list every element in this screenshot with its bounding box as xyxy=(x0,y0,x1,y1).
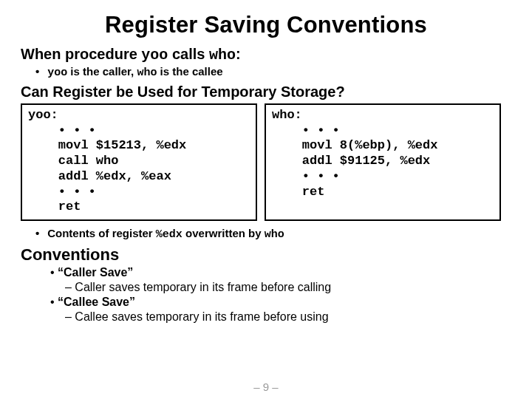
bullet-dot-icon: • xyxy=(35,227,44,239)
bullet-dot-icon: • xyxy=(50,296,55,308)
bullet-callee-save: • “Callee Save” xyxy=(50,296,511,309)
text: When procedure xyxy=(21,46,141,62)
page-number: – 9 – xyxy=(0,381,532,393)
text: calls xyxy=(168,46,209,62)
text: “Caller Save” xyxy=(58,266,133,279)
text: Contents of register xyxy=(47,227,156,239)
code-inline-yoo: yoo xyxy=(47,66,67,79)
text: : xyxy=(236,46,241,62)
code-inline-who: who xyxy=(209,47,236,64)
code-inline-who: who xyxy=(265,228,284,241)
conventions-heading: Conventions xyxy=(21,245,511,265)
bullet-dot-icon: • xyxy=(50,266,55,279)
bullet-overwritten: • Contents of register %edx overwritten … xyxy=(35,227,511,241)
code-inline-edx: %edx xyxy=(156,228,183,241)
text: is the caller, xyxy=(67,65,137,78)
bullet-caller-save: • “Caller Save” xyxy=(50,266,511,279)
callee-save-detail: – Callee saves temporary in its frame be… xyxy=(65,310,511,324)
text: overwritten by xyxy=(183,227,265,239)
text: is the callee xyxy=(157,65,222,78)
bullet-dot-icon: • xyxy=(35,65,44,78)
question-heading: Can Register be Used for Temporary Stora… xyxy=(21,83,511,100)
code-yoo: yoo: • • • movl $15213, %edx call who ad… xyxy=(21,103,257,221)
bullet-caller-callee: • yoo is the caller, who is the callee xyxy=(35,65,511,79)
code-inline-yoo: yoo xyxy=(141,47,168,64)
code-inline-who: who xyxy=(137,66,157,79)
caller-save-detail: – Caller saves temporary in its frame be… xyxy=(65,281,511,294)
slide-title: Register Saving Conventions xyxy=(21,12,511,38)
when-line: When procedure yoo calls who: xyxy=(21,46,511,64)
code-row: yoo: • • • movl $15213, %edx call who ad… xyxy=(21,103,511,221)
text: “Callee Save” xyxy=(58,296,135,308)
code-who: who: • • • movl 8(%ebp), %edx addl $9112… xyxy=(265,103,501,221)
slide: Register Saving Conventions When procedu… xyxy=(0,0,532,399)
